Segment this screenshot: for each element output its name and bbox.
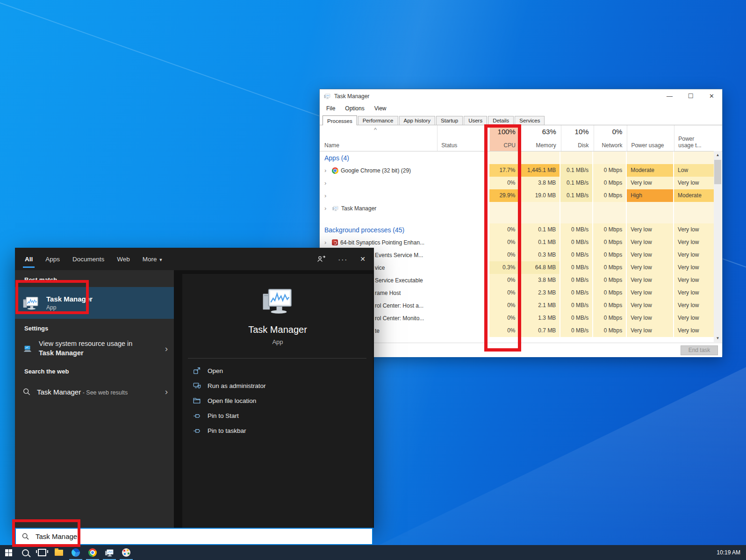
process-row[interactable]: ›Task Manager [320, 202, 714, 215]
chrome-button[interactable] [84, 545, 101, 560]
disk-cell: 0.1 MB/s [560, 177, 592, 189]
search-tab-all[interactable]: All [24, 253, 33, 266]
column-header-power-usage[interactable]: Power usage [627, 125, 673, 151]
column-header-network[interactable]: 0% Network [594, 125, 626, 151]
disk-cell: 0 MB/s [560, 223, 592, 236]
action-open[interactable]: Open [182, 363, 373, 378]
column-header-memory[interactable]: 63% Memory [520, 125, 560, 151]
power-trend-cell: Very low [674, 236, 714, 249]
start-button[interactable] [0, 545, 17, 560]
title-bar[interactable]: Task Manager — ☐ ✕ [320, 89, 722, 103]
menu-item-file[interactable]: File [326, 105, 335, 112]
expand-chevron-icon[interactable]: › [324, 205, 330, 212]
disk-cell: 0 MB/s [560, 249, 592, 261]
tm-rows: Apps (4)›Google Chrome (32 bit) (29)17.7… [320, 151, 714, 343]
taskbar-search-input[interactable]: Task Manager [15, 528, 373, 545]
tab-processes[interactable]: Processes [323, 115, 357, 125]
best-match-item-task-manager[interactable]: Task Manager App [15, 287, 174, 319]
process-name: Google Chrome (32 bit) (29) [341, 167, 411, 174]
memory-cell: 0.1 MB [520, 223, 560, 236]
taskbar: 10:19 AM [0, 545, 746, 560]
expand-chevron-icon[interactable]: › [324, 192, 330, 199]
status-cell [438, 177, 488, 189]
process-row[interactable]: ›Google Chrome (32 bit) (29)17.7%1,445.1… [320, 164, 714, 177]
tab-performance[interactable]: Performance [358, 116, 398, 125]
power-usage-cell: Very low [627, 177, 673, 189]
power-usage-cell: Very low [627, 274, 673, 287]
process-row[interactable]: rame Host0%2.3 MB0 MB/s0 MbpsVery lowVer… [320, 287, 714, 299]
pin-to-taskbar-icon [193, 426, 201, 435]
task-manager-taskbar-button[interactable] [101, 545, 118, 560]
process-row[interactable]: rol Center: Host a...0%2.1 MB0 MB/s0 Mbp… [320, 299, 714, 312]
expand-chevron-icon[interactable]: › [324, 167, 330, 174]
tab-startup[interactable]: Startup [436, 116, 463, 125]
web-result-item[interactable]: Task Manager - See web results › [15, 379, 174, 405]
process-row[interactable]: ›29.9%19.0 MB0.1 MB/s0 MbpsHighModerate [320, 189, 714, 202]
process-row[interactable]: vice0.3%64.8 MB0 MB/s0 MbpsVery lowVery … [320, 261, 714, 274]
tab-details[interactable]: Details [488, 116, 514, 125]
maximize-button[interactable]: ☐ [680, 89, 701, 103]
column-header-power-usage-trend[interactable]: Power usage t... [674, 125, 714, 151]
status-cell [438, 189, 488, 202]
action-run-as-administrator[interactable]: Run as administrator [182, 378, 373, 393]
power-usage-cell: Very low [627, 249, 673, 261]
file-explorer-button[interactable] [50, 545, 67, 560]
folder-icon [55, 550, 63, 556]
action-pin-to-taskbar[interactable]: Pin to taskbar [182, 423, 373, 438]
wallpaper-triangle-glow [319, 356, 746, 545]
memory-cell: 2.1 MB [520, 299, 560, 312]
paint-app-button[interactable] [118, 545, 135, 560]
blue-app-button[interactable] [67, 545, 84, 560]
tab-services[interactable]: Services [515, 116, 545, 125]
column-header-disk[interactable]: 10% Disk [561, 125, 593, 151]
user-account-icon[interactable] [316, 255, 326, 263]
menu-item-options[interactable]: Options [345, 105, 364, 112]
scrollbar-thumb[interactable] [714, 160, 721, 184]
network-cell [593, 215, 626, 223]
network-cell: 0 Mbps [593, 189, 626, 202]
search-tab-more[interactable]: More▼ [142, 253, 164, 266]
process-row[interactable]: Events Service M...0%0.3 MB0 MB/s0 MbpsV… [320, 249, 714, 261]
sort-ascending-icon: ^ [374, 126, 377, 133]
scroll-up-icon[interactable]: ▲ [714, 151, 722, 159]
status-cell [438, 274, 488, 287]
search-tab-web[interactable]: Web [116, 253, 130, 266]
action-open-file-location[interactable]: Open file location [182, 393, 373, 408]
end-task-button[interactable]: End task [681, 345, 718, 355]
column-header-status[interactable]: Status [437, 125, 488, 151]
tab-users[interactable]: Users [464, 116, 487, 125]
cpu-cell: 0% [489, 274, 519, 287]
search-tab-documents[interactable]: Documents [72, 253, 105, 266]
memory-cell [520, 202, 560, 215]
close-button[interactable]: ✕ [701, 89, 722, 103]
process-row[interactable]: Service Executable0%3.8 MB0 MB/s0 MbpsVe… [320, 274, 714, 287]
taskbar-search-button[interactable] [17, 545, 34, 560]
task-view-button[interactable] [34, 545, 50, 560]
more-options-icon[interactable]: ··· [338, 255, 348, 263]
memory-cell: 0.3 MB [520, 249, 560, 261]
process-row[interactable]: ›0%3.8 MB0.1 MB/s0 MbpsVery lowVery low [320, 177, 714, 189]
search-tab-apps[interactable]: Apps [45, 253, 60, 266]
column-header-cpu[interactable]: 100% CPU [489, 125, 519, 151]
menu-item-view[interactable]: View [374, 105, 387, 112]
process-row[interactable]: ›64-bit Synaptics Pointing Enhan...0%0.1… [320, 236, 714, 249]
power-trend-cell: Very low [674, 177, 714, 189]
process-group-row[interactable]: Apps (4) [320, 151, 714, 164]
column-header-name[interactable]: ^ Name [320, 125, 437, 151]
process-row[interactable]: te0%0.7 MB0 MB/s0 MbpsVery lowVery low [320, 324, 714, 337]
tab-app-history[interactable]: App history [399, 116, 436, 125]
expand-chevron-icon[interactable]: › [324, 239, 330, 246]
scrollbar[interactable]: ▲ ▼ [714, 151, 722, 342]
blue-app-icon [72, 548, 80, 557]
process-row[interactable]: rol Center: Monito...0%1.3 MB0 MB/s0 Mbp… [320, 312, 714, 324]
memory-cell: 2.3 MB [520, 287, 560, 299]
power-trend-cell: Low [674, 164, 714, 177]
action-pin-to-start[interactable]: Pin to Start [182, 408, 373, 423]
close-search-icon[interactable]: ✕ [360, 255, 366, 263]
minimize-button[interactable]: — [659, 89, 680, 103]
settings-result-item[interactable]: View system resource usage in Task Manag… [15, 336, 174, 362]
windows-logo-icon [5, 549, 12, 556]
scroll-down-icon[interactable]: ▼ [714, 334, 722, 342]
process-group-row[interactable]: Background processes (45)0%0.1 MB0 MB/s0… [320, 223, 714, 236]
expand-chevron-icon[interactable]: › [324, 179, 330, 187]
